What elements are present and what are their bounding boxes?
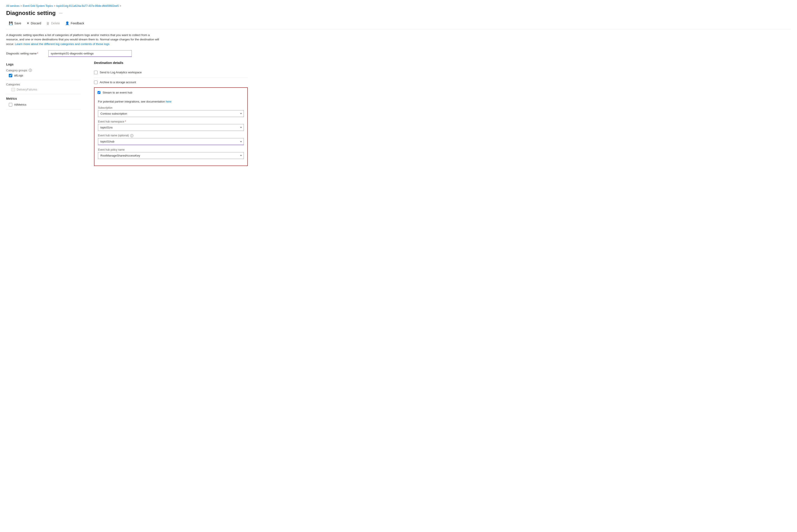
subscription-label: Subscription: [98, 106, 244, 109]
delivery-failures-checkbox-disabled: [12, 88, 15, 91]
hub-name-label: Event hub name (optional) i: [98, 134, 244, 137]
delete-button[interactable]: 🗑 Delete: [44, 20, 62, 26]
log-analytics-checkbox[interactable]: [94, 71, 97, 74]
namespace-group: Event hub namespace * topic01ns ▾: [98, 120, 244, 131]
left-panel: Logs Category groups i allLogs Categorie…: [6, 61, 81, 166]
policy-name-select[interactable]: RootManageSharedAccessKey: [98, 152, 244, 159]
allMetrics-item: AllMetrics: [9, 103, 81, 107]
partner-link[interactable]: here: [166, 100, 171, 103]
save-icon: 💾: [9, 21, 13, 25]
description: A diagnostic setting specifies a list of…: [6, 33, 160, 46]
discard-icon: ✕: [26, 21, 30, 25]
event-hub-label[interactable]: Stream to an event hub: [103, 91, 132, 94]
logs-section-title: Logs: [6, 62, 81, 66]
breadcrumb-topic[interactable]: topic01stg-811a624a-8a77-437e-89de-dfeb5…: [56, 4, 119, 7]
allMetrics-label[interactable]: AllMetrics: [14, 103, 26, 106]
namespace-select[interactable]: topic01ns: [98, 124, 244, 131]
log-analytics-label[interactable]: Send to Log Analytics workspace: [100, 71, 142, 74]
subscription-select[interactable]: Contoso subscription: [98, 110, 244, 117]
categories-label: Categories: [6, 83, 81, 86]
categories-divider: [6, 94, 81, 94]
diagnostic-name-label: Diagnostic setting name*: [6, 52, 46, 55]
delivery-failures-item: DeliveryFailures: [12, 88, 81, 91]
log-analytics-row: Send to Log Analytics workspace: [94, 68, 248, 77]
subscription-select-wrapper: Contoso subscription ▾: [98, 110, 244, 117]
hub-name-select-wrapper: topic01hub ▾: [98, 138, 244, 145]
hub-name-group: Event hub name (optional) i topic01hub ▾: [98, 134, 244, 145]
diagnostic-name-row: Diagnostic setting name*: [6, 50, 791, 57]
ellipsis-button[interactable]: ···: [58, 10, 64, 16]
delivery-failures-label: DeliveryFailures: [17, 88, 37, 91]
breadcrumb-all-services[interactable]: All services: [6, 4, 20, 7]
right-panel: Destination details Send to Log Analytic…: [94, 61, 248, 166]
event-hub-checkbox[interactable]: [97, 91, 100, 94]
destination-title: Destination details: [94, 61, 248, 64]
partner-desc: For potential partner integrations, see …: [98, 100, 244, 103]
category-groups-info-icon: i: [29, 69, 32, 72]
subscription-group: Subscription Contoso subscription ▾: [98, 106, 244, 117]
diagnostic-name-input[interactable]: [48, 50, 132, 57]
policy-name-select-wrapper: RootManageSharedAccessKey ▾: [98, 152, 244, 159]
page-title-area: Diagnostic setting ···: [6, 10, 791, 17]
hub-name-select[interactable]: topic01hub: [98, 138, 244, 145]
policy-name-group: Event hub policy name RootManageSharedAc…: [98, 148, 244, 159]
discard-button[interactable]: ✕ Discard: [24, 20, 44, 26]
namespace-select-wrapper: topic01ns ▾: [98, 124, 244, 131]
feedback-icon: 👤: [65, 21, 70, 25]
event-hub-form: For potential partner integrations, see …: [94, 97, 247, 166]
save-button[interactable]: 💾 Save: [6, 20, 24, 26]
feedback-button[interactable]: 👤 Feedback: [62, 20, 87, 26]
category-groups-label: Category groups i: [6, 69, 81, 72]
storage-account-label[interactable]: Archive to a storage account: [100, 80, 136, 84]
allLogs-item: allLogs: [9, 74, 81, 77]
allLogs-label[interactable]: allLogs: [14, 74, 23, 77]
allMetrics-checkbox[interactable]: [9, 103, 12, 107]
breadcrumb: All services > Event Grid System Topics …: [6, 4, 791, 7]
allLogs-checkbox[interactable]: [9, 74, 12, 77]
event-hub-row: Stream to an event hub: [94, 88, 247, 97]
storage-account-row: Archive to a storage account: [94, 77, 248, 88]
main-layout: Logs Category groups i allLogs Categorie…: [6, 61, 791, 166]
metrics-section-title: Metrics: [6, 97, 81, 100]
diagnostic-name-wrapper: [48, 50, 132, 57]
learn-more-link[interactable]: Learn more about the different log categ…: [15, 42, 110, 46]
breadcrumb-event-grid[interactable]: Event Grid System Topics: [23, 4, 53, 7]
namespace-label: Event hub namespace *: [98, 120, 244, 123]
policy-name-label: Event hub policy name: [98, 148, 244, 151]
toolbar: 💾 Save ✕ Discard 🗑 Delete 👤 Feedback: [6, 20, 791, 30]
delete-icon: 🗑: [47, 21, 50, 25]
hub-name-info-icon: i: [130, 134, 133, 137]
storage-account-checkbox[interactable]: [94, 80, 97, 84]
page-title: Diagnostic setting: [6, 10, 56, 17]
event-hub-section: Stream to an event hub For potential par…: [94, 88, 248, 166]
